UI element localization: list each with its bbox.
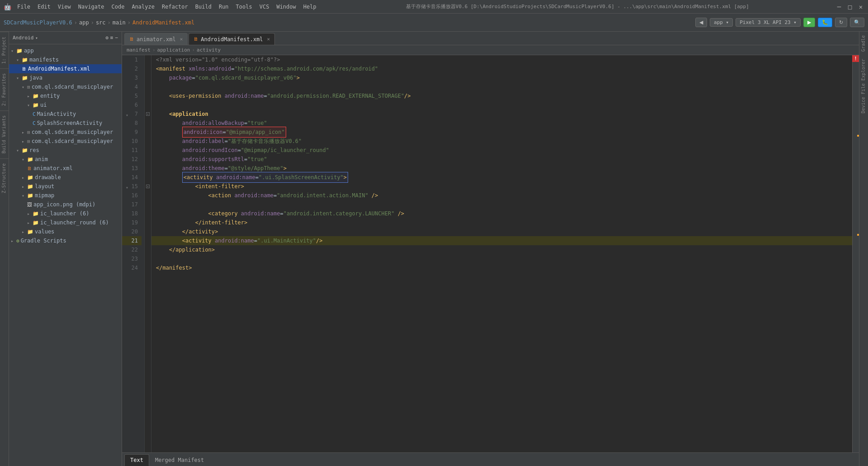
gutter-15: ▾ bbox=[145, 182, 151, 191]
ln-10: 10 bbox=[122, 137, 142, 146]
tree-item-manifests[interactable]: ▾ 📁 manifests bbox=[9, 55, 122, 64]
panel-gear[interactable]: ⚙ bbox=[105, 35, 108, 41]
maximize-button[interactable]: □ bbox=[846, 3, 854, 10]
tree-item-entity[interactable]: ▸ 📁 entity bbox=[9, 91, 122, 100]
tab-close-animator[interactable]: ✕ bbox=[180, 36, 183, 42]
tree-item-gradle[interactable]: ▸ ⚙ Gradle Scripts bbox=[9, 236, 122, 245]
gutter-9 bbox=[145, 128, 151, 137]
code-line-1: <?xml version="1.0" encoding="utf-8"?> bbox=[151, 55, 852, 64]
device-selector[interactable]: app ▾ bbox=[710, 18, 733, 27]
bc-src[interactable]: src bbox=[96, 19, 106, 26]
ln-6: 6 bbox=[122, 100, 142, 109]
bc-project[interactable]: SDCardMusicPlayerV0.6 bbox=[4, 19, 72, 26]
tree-item-iclauncherround[interactable]: ▸ 📁 ic_launcher_round (6) bbox=[9, 218, 122, 227]
tree-item-mipmap[interactable]: ▾ 📁 mipmap bbox=[9, 191, 122, 200]
menu-build[interactable]: Build bbox=[192, 3, 215, 11]
code-content[interactable]: <?xml version="1.0" encoding="utf-8"?> <… bbox=[151, 55, 852, 452]
tree-item-splashscreenactivity[interactable]: C SplashScreenActivity bbox=[9, 119, 122, 128]
menu-bar: File Edit View Navigate Code Analyze Ref… bbox=[14, 3, 320, 11]
code-line-20: </activity> bbox=[151, 227, 852, 236]
menu-file[interactable]: File bbox=[14, 3, 33, 11]
project-tree: ▾ 📁 app ▾ 📁 manifests 🗎 AndroidManifest.… bbox=[9, 44, 122, 466]
ln-1: 1 bbox=[122, 55, 142, 64]
menu-help[interactable]: Help bbox=[300, 3, 320, 11]
gutter-14 bbox=[145, 173, 151, 182]
title-right: ─ □ ✕ bbox=[835, 3, 864, 10]
run-button[interactable]: ▶ bbox=[803, 18, 815, 27]
menu-tools[interactable]: Tools bbox=[233, 3, 255, 11]
close-button[interactable]: ✕ bbox=[857, 3, 864, 10]
stripe-build-variants[interactable]: Build Variants bbox=[0, 110, 9, 158]
gutter-10 bbox=[145, 137, 151, 146]
code-line-22: </application> bbox=[151, 245, 852, 254]
code-line-15: <intent-filter> bbox=[151, 182, 852, 191]
gutter-4 bbox=[145, 82, 151, 91]
bc-app[interactable]: app bbox=[79, 19, 89, 26]
menu-view[interactable]: View bbox=[55, 3, 74, 11]
stripe-device-explorer[interactable]: Device File Explorer bbox=[859, 55, 868, 117]
stripe-favorites[interactable]: 2: Favorites bbox=[0, 68, 9, 110]
menu-edit[interactable]: Edit bbox=[34, 3, 54, 11]
tree-item-appicon[interactable]: 🖼 app_icon.png (mdpi) bbox=[9, 200, 122, 209]
code-line-8: android:allowBackup="true" bbox=[151, 119, 852, 128]
menu-window[interactable]: Window bbox=[273, 3, 299, 11]
tree-item-package2[interactable]: ▸ ⊞ com.ql.sdcard_musicplayer bbox=[9, 128, 122, 137]
project-view-selector[interactable]: Android ▾ bbox=[13, 35, 38, 41]
stripe-project[interactable]: 1: Project bbox=[0, 32, 9, 68]
tree-item-mainactivity[interactable]: C MainActivity bbox=[9, 109, 122, 119]
stripe-gradle[interactable]: Gradle bbox=[859, 32, 868, 55]
tree-item-iclauncher[interactable]: ▸ 📁 ic_launcher (6) bbox=[9, 209, 122, 218]
tree-item-ui[interactable]: ▾ 📁 ui bbox=[9, 100, 122, 109]
ln-11: 11 bbox=[122, 146, 142, 155]
gutter-24 bbox=[145, 263, 151, 272]
minimize-button[interactable]: ─ bbox=[835, 3, 843, 10]
search-button[interactable]: 🔍 bbox=[850, 18, 864, 27]
tab-close-androidmanifest[interactable]: ✕ bbox=[267, 36, 270, 42]
tree-item-androidmanifest[interactable]: 🗎 AndroidManifest.xml bbox=[9, 64, 122, 73]
tree-item-app[interactable]: ▾ 📁 app bbox=[9, 46, 122, 55]
tree-item-res[interactable]: ▾ 📁 res bbox=[9, 146, 122, 155]
tree-item-anim[interactable]: ▾ 📁 anim bbox=[9, 155, 122, 164]
ln-16: 16 bbox=[122, 191, 142, 200]
right-stripe: Gradle Device File Explorer bbox=[859, 32, 868, 466]
tab-androidmanifest[interactable]: 🗎 AndroidManifest.xml ✕ bbox=[189, 33, 275, 45]
tree-item-package1[interactable]: ▾ ⊞ com.ql.sdcard_musicplayer bbox=[9, 82, 122, 91]
menu-run[interactable]: Run bbox=[216, 3, 232, 11]
menu-code[interactable]: Code bbox=[108, 3, 128, 11]
tree-item-values[interactable]: ▸ 📁 values bbox=[9, 227, 122, 236]
fold-icon-7[interactable]: ▾ bbox=[146, 112, 150, 116]
fold-icon-15[interactable]: ▾ bbox=[146, 185, 150, 188]
tab-text[interactable]: Text bbox=[124, 454, 149, 466]
code-line-7: <application bbox=[151, 109, 852, 119]
menu-analyze[interactable]: Analyze bbox=[128, 3, 158, 11]
code-line-5: <uses-permission android:name="android.p… bbox=[151, 91, 852, 100]
panel-settings[interactable]: ≡ bbox=[110, 35, 113, 41]
bc-file[interactable]: AndroidManifest.xml bbox=[132, 19, 194, 26]
ln-8: 8 bbox=[122, 119, 142, 128]
menu-refactor[interactable]: Refactor bbox=[159, 3, 191, 11]
back-button[interactable]: ◀ bbox=[695, 18, 707, 27]
panel-minimize[interactable]: − bbox=[115, 35, 118, 41]
bc-activity: activity bbox=[197, 47, 221, 53]
tree-item-java[interactable]: ▾ 📁 java bbox=[9, 73, 122, 82]
api-selector[interactable]: Pixel 3 XL API 23 ▾ bbox=[736, 18, 801, 27]
tab-animator[interactable]: 🗎 animator.xml ✕ bbox=[124, 33, 188, 45]
code-line-9: android:icon="@mipmap/app_icon" bbox=[151, 128, 852, 137]
error-indicator: ! bbox=[852, 55, 859, 62]
editor-bottom-tabs: Text Merged Manifest bbox=[122, 452, 859, 466]
code-line-6 bbox=[151, 100, 852, 109]
menu-vcs[interactable]: VCS bbox=[256, 3, 273, 11]
tree-item-package3[interactable]: ▸ ⊞ com.ql.sdcard_musicplayer bbox=[9, 137, 122, 146]
window-title: 基于存储卡音乐播放器V0.6 [D:\AndroidStudioProjects… bbox=[320, 3, 835, 10]
stripe-z-structure[interactable]: Z-Structure bbox=[0, 158, 9, 198]
gutter-20 bbox=[145, 227, 151, 236]
sync-button[interactable]: ↻ bbox=[835, 18, 847, 27]
bc-main[interactable]: main bbox=[113, 19, 126, 26]
tree-item-layout[interactable]: ▸ 📁 layout bbox=[9, 182, 122, 191]
app-logo: 🤖 bbox=[4, 3, 11, 10]
debug-button[interactable]: 🐛 bbox=[818, 18, 832, 27]
tree-item-drawable[interactable]: ▸ 📁 drawable bbox=[9, 173, 122, 182]
tree-item-animatorxml[interactable]: 🗎 animator.xml bbox=[9, 164, 122, 173]
tab-merged-manifest[interactable]: Merged Manifest bbox=[149, 454, 210, 466]
menu-navigate[interactable]: Navigate bbox=[75, 3, 108, 11]
